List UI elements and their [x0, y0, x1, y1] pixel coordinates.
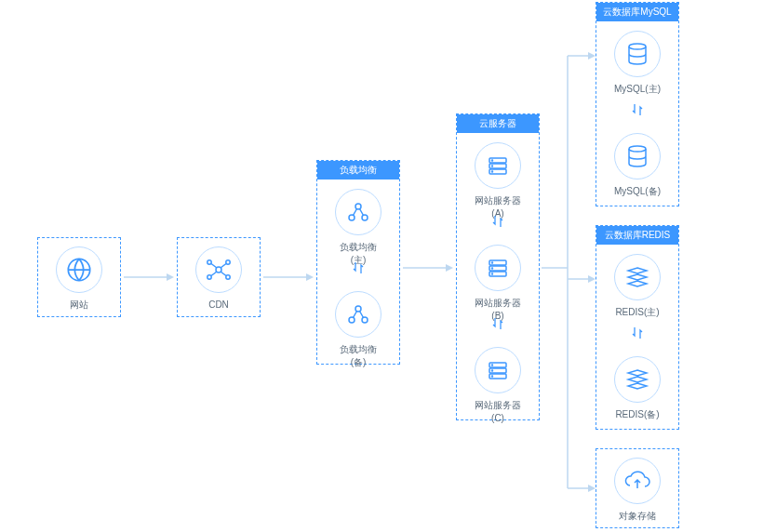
svg-point-16: [492, 166, 493, 166]
sync-icon: [353, 259, 364, 276]
svg-point-10: [349, 317, 355, 323]
mysql-backup: MySQL(备): [614, 129, 661, 198]
svg-point-11: [362, 317, 368, 323]
arrow: [263, 272, 314, 283]
lb-backup-label: 负载均衡(备): [335, 343, 382, 369]
group-ecs: 云服务器 网站服务器(A) 网站服务器(B): [456, 113, 540, 420]
svg-marker-38: [588, 52, 596, 60]
lb-backup: 负载均衡(备): [335, 287, 382, 369]
redis-backup-label: REDIS(备): [614, 408, 661, 421]
cdn-icon: [195, 246, 242, 293]
arrow: [124, 272, 174, 283]
lb-icon: [335, 189, 382, 235]
group-load-balancer: 负载均衡 负载均衡(主) 负载均衡(备): [316, 160, 400, 365]
svg-point-29: [492, 376, 493, 377]
web-server-c: 网站服务器(C): [475, 343, 521, 425]
svg-point-7: [349, 215, 355, 220]
redis-icon: [614, 254, 661, 300]
svg-marker-37: [446, 264, 453, 272]
sync-icon: [632, 325, 643, 341]
svg-point-30: [629, 44, 646, 49]
svg-point-31: [629, 146, 646, 152]
redis-backup: REDIS(备): [614, 352, 661, 421]
server-icon: [475, 347, 521, 393]
sync-icon: [632, 101, 643, 118]
svg-marker-33: [167, 273, 174, 281]
redis-primary-label: REDIS(主): [614, 306, 661, 319]
server-icon: [475, 245, 521, 291]
svg-point-9: [355, 306, 361, 312]
server-icon: [475, 142, 521, 189]
svg-point-22: [492, 268, 493, 269]
database-icon: [614, 31, 661, 77]
node-oss: 对象存储: [596, 448, 679, 528]
lb-primary: 负载均衡(主): [335, 185, 382, 267]
node-website: 网站: [37, 237, 121, 317]
node-cdn: CDN: [177, 237, 261, 317]
server-c-label: 网站服务器(C): [475, 399, 521, 425]
group-title: 云数据库REDIS: [596, 226, 678, 245]
group-title: 云数据库MySQL: [596, 3, 678, 21]
arrow: [403, 262, 453, 273]
web-server-a: 网站服务器(A): [475, 139, 521, 220]
svg-marker-39: [588, 275, 596, 283]
node-label: CDN: [182, 299, 255, 312]
svg-point-23: [492, 273, 493, 274]
node-label: 网站: [43, 299, 115, 312]
redis-primary: REDIS(主): [614, 250, 661, 319]
svg-point-21: [492, 262, 493, 263]
web-server-b: 网站服务器(B): [475, 241, 521, 323]
svg-point-4: [207, 275, 211, 279]
group-mysql: 云数据库MySQL MySQL(主) MySQL(备): [596, 2, 679, 206]
sync-icon: [492, 213, 503, 230]
svg-point-3: [226, 260, 230, 264]
svg-marker-40: [588, 485, 596, 492]
mysql-primary-label: MySQL(主): [614, 83, 661, 96]
group-title: 云服务器: [457, 114, 539, 133]
svg-point-2: [207, 260, 211, 264]
svg-marker-35: [306, 273, 314, 281]
svg-point-6: [355, 204, 361, 209]
mysql-primary: MySQL(主): [614, 27, 661, 96]
svg-point-28: [492, 370, 493, 371]
mysql-backup-label: MySQL(备): [614, 185, 661, 198]
svg-point-27: [492, 365, 493, 366]
cloud-upload-icon: [614, 458, 661, 504]
svg-point-8: [362, 215, 368, 220]
redis-icon: [614, 356, 661, 403]
lb-icon: [335, 291, 382, 338]
group-title: 负载均衡: [317, 161, 399, 180]
svg-point-5: [226, 275, 230, 279]
sync-icon: [492, 315, 503, 332]
database-icon: [614, 133, 661, 180]
svg-point-15: [492, 160, 493, 161]
oss-label: 对象存储: [601, 510, 674, 523]
globe-icon: [56, 246, 102, 293]
svg-point-17: [492, 171, 493, 172]
group-redis: 云数据库REDIS REDIS(主) REDIS(备): [596, 225, 679, 430]
arrow-branch: [542, 0, 597, 530]
